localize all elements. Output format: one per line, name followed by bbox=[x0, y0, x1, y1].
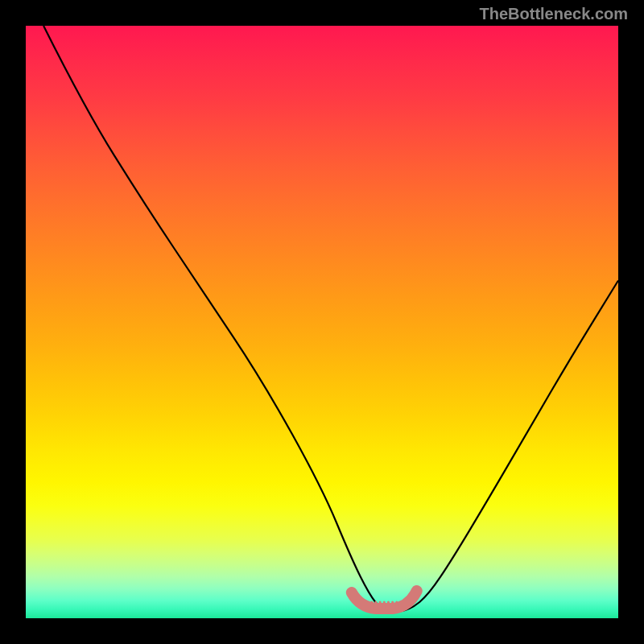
minimum-marker bbox=[26, 26, 618, 618]
chart-plot-area bbox=[26, 26, 618, 618]
watermark-text: TheBottleneck.com bbox=[480, 5, 628, 23]
